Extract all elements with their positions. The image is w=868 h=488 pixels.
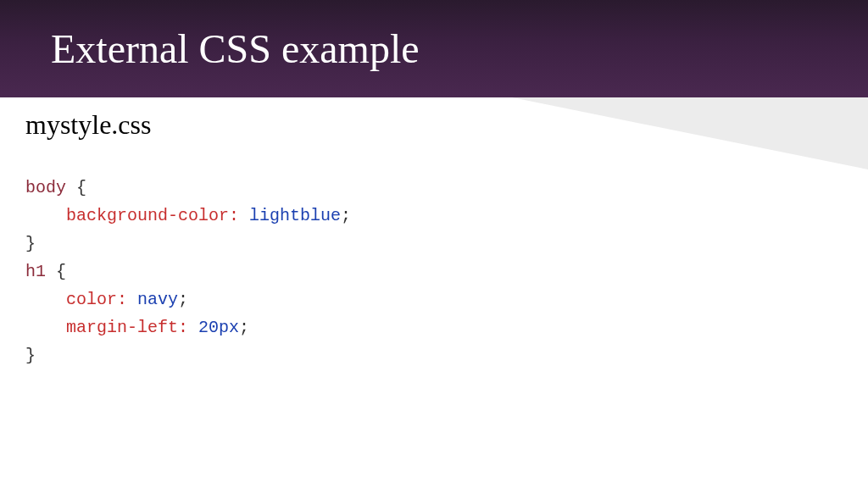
code-line: } [25,346,36,365]
code-line: body { [25,178,86,197]
semicolon: ; [239,318,249,337]
css-property: margin-left: [66,318,188,337]
css-property: color: [66,290,127,309]
slide-content: mystyle.css body { background-color: lig… [0,97,868,369]
css-value: 20px [198,318,239,337]
code-line: background-color: lightblue; [25,206,351,225]
semicolon: ; [341,206,351,225]
css-selector: body [25,178,66,197]
css-value: lightblue [249,206,341,225]
filename-heading: mystyle.css [25,109,817,141]
brace-open: { [56,262,66,281]
code-line: } [25,234,36,253]
css-value: navy [137,290,178,309]
brace-open: { [76,178,86,197]
css-selector: h1 [25,262,46,281]
slide-title: External CSS example [51,25,420,72]
code-line: color: navy; [25,290,188,309]
css-property: background-color: [66,206,239,225]
code-block: body { background-color: lightblue; } h1… [25,146,817,369]
semicolon: ; [178,290,188,309]
code-line: h1 { [25,262,66,281]
code-line: margin-left: 20px; [25,318,249,337]
brace-close: } [25,234,36,253]
slide-header: External CSS example [0,0,868,97]
brace-close: } [25,346,36,365]
